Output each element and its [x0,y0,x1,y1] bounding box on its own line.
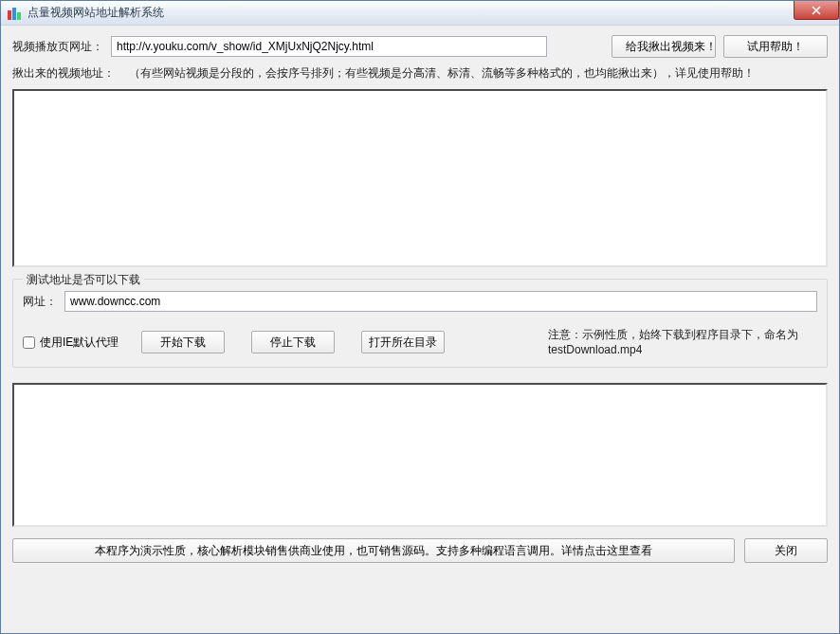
download-test-group: 测试地址是否可以下载 网址： 使用IE默认代理 开始下载 停止下载 打开所在目录… [12,279,828,368]
footer-row: 本程序为演示性质，核心解析模块销售供商业使用，也可销售源码。支持多种编程语言调用… [12,538,828,563]
parse-video-button[interactable]: 给我揪出视频来！ [612,35,716,58]
top-row: 视频播放页网址： 给我揪出视频来！ 试用帮助！ [12,35,828,58]
svg-rect-1 [12,8,16,20]
window-close-button[interactable] [794,1,839,20]
result-note: （有些网站视频是分段的，会按序号排列；有些视频是分高清、标清、流畅等多种格式的，… [129,66,755,80]
result-prefix: 揪出来的视频地址： [12,66,115,80]
log-textarea[interactable] [12,383,828,527]
help-button[interactable]: 试用帮助！ [723,35,828,58]
open-dir-button[interactable]: 打开所在目录 [361,331,445,353]
result-textarea[interactable] [12,89,828,267]
download-note: 注意：示例性质，始终下载到程序目录下，命名为 testDownload.mp4 [548,327,817,357]
ie-proxy-text: 使用IE默认代理 [40,335,119,351]
svg-rect-0 [8,10,11,20]
app-icon [7,6,22,21]
main-window: 点量视频网站地址解析系统 视频播放页网址： 给我揪出视频来！ 试用帮助！ 揪出来… [0,0,840,634]
footer-close-button[interactable]: 关闭 [744,538,828,563]
content-area: 视频播放页网址： 给我揪出视频来！ 试用帮助！ 揪出来的视频地址： （有些网站视… [1,26,839,633]
window-title: 点量视频网站地址解析系统 [27,5,164,21]
video-page-url-input[interactable] [111,36,547,57]
svg-rect-2 [17,12,21,20]
download-url-input[interactable] [64,291,817,312]
ie-proxy-checkbox-label[interactable]: 使用IE默认代理 [23,335,119,351]
stop-download-button[interactable]: 停止下载 [251,331,335,353]
url-label: 视频播放页网址： [12,39,103,55]
close-icon [812,6,821,15]
group-legend: 测试地址是否可以下载 [23,272,144,288]
start-download-button[interactable]: 开始下载 [141,331,225,353]
footer-info-button[interactable]: 本程序为演示性质，核心解析模块销售供商业使用，也可销售源码。支持多种编程语言调用… [12,538,735,563]
ie-proxy-checkbox[interactable] [23,336,35,349]
download-url-label: 网址： [23,294,57,310]
result-note-row: 揪出来的视频地址： （有些网站视频是分段的，会按序号排列；有些视频是分高清、标清… [12,63,828,83]
title-bar[interactable]: 点量视频网站地址解析系统 [1,1,839,26]
